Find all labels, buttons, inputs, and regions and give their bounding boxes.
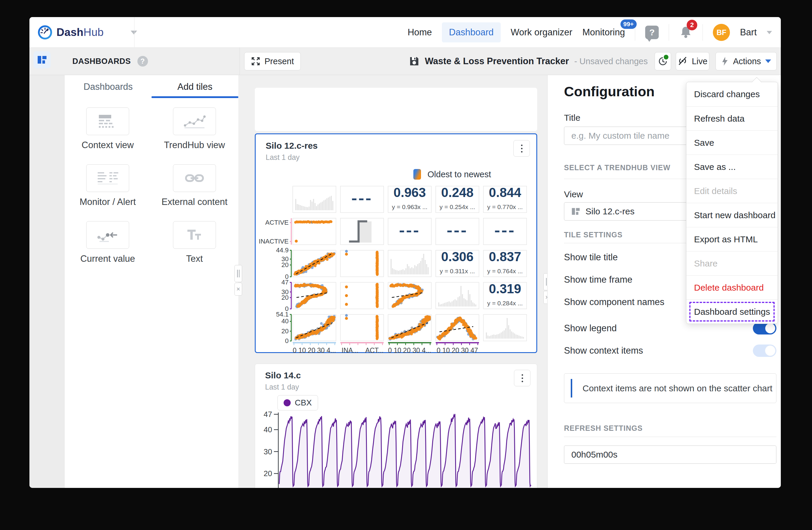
menu-item-export-as-html[interactable]: Export as HTML <box>686 227 778 251</box>
left-rail <box>29 75 65 488</box>
user-name[interactable]: Bart <box>740 27 757 38</box>
tile-timeframe: Last 1 day <box>265 383 299 391</box>
empty-tile[interactable] <box>255 88 537 131</box>
live-button[interactable]: Live <box>676 52 709 70</box>
svg-text:0 10 20 30 47: 0 10 20 30 47 <box>437 347 478 353</box>
tile-silo-14c[interactable]: Silo 14.c Last 1 day CBX 47403020 <box>255 364 537 488</box>
nav-item-dashboard[interactable]: Dashboard <box>442 23 501 42</box>
tile-menu-button[interactable] <box>514 370 531 386</box>
divider <box>134 17 134 48</box>
tile-card-external-content[interactable] <box>173 164 216 192</box>
menu-item-refresh-data[interactable]: Refresh data <box>686 106 778 130</box>
divider <box>564 437 777 437</box>
svg-text:0.248: 0.248 <box>441 185 473 200</box>
svg-text:44.9: 44.9 <box>276 247 289 254</box>
notifications-bell[interactable]: 2 <box>679 25 693 40</box>
toggle-show-legend[interactable] <box>753 322 777 334</box>
brand-text: DashHub <box>57 26 104 39</box>
toggle-show-context-items[interactable] <box>753 345 777 357</box>
svg-text:40: 40 <box>281 317 289 325</box>
svg-text:0 10 20 30 4...: 0 10 20 30 4... <box>293 347 336 353</box>
divider <box>240 48 240 75</box>
series-color-dot <box>284 399 291 406</box>
svg-text:20: 20 <box>281 261 289 268</box>
help-icon[interactable]: ? <box>645 26 659 39</box>
svg-text:y = 0.284x ...: y = 0.284x ... <box>487 300 523 307</box>
actions-button[interactable]: Actions <box>715 52 777 70</box>
save-icon[interactable] <box>409 56 420 67</box>
live-off-icon <box>678 56 687 66</box>
svg-text:30: 30 <box>264 447 272 456</box>
menu-item-edit-details: Edit details <box>686 179 778 203</box>
document-title: Waste & Loss Prevention Tracker <box>425 56 569 67</box>
sidebar-splitter-handle[interactable] <box>234 265 242 282</box>
refresh-interval-input[interactable]: 00h05m00s <box>564 446 777 464</box>
section-refresh-settings: REFRESH SETTINGS <box>564 424 642 433</box>
toolbar: DASHBOARDS ? Present Waste & Loss Preven… <box>29 48 781 75</box>
svg-text:y = 0.770x ...: y = 0.770x ... <box>487 204 523 210</box>
tile-card-label: Current value <box>70 253 146 264</box>
tile-card-text[interactable] <box>173 221 216 249</box>
svg-text:y = 0.254x ...: y = 0.254x ... <box>439 204 475 210</box>
help-icon[interactable]: ? <box>137 56 148 67</box>
svg-text:20: 20 <box>281 294 289 301</box>
menu-item-save-as[interactable]: Save as ... <box>686 155 778 179</box>
svg-text:47: 47 <box>281 279 289 286</box>
dashboard-grid-icon <box>37 55 47 65</box>
dashboard-canvas: Silo 12.c-res Last 1 day Oldest to newes… <box>238 75 547 488</box>
menu-item-save[interactable]: Save <box>686 130 778 155</box>
svg-text:INA...: INA... <box>342 347 359 353</box>
dashboards-panel-button[interactable] <box>33 51 50 68</box>
tile-card-label: TrendHub view <box>156 140 233 151</box>
avatar[interactable]: BF <box>713 24 730 41</box>
setting-label: Show component names <box>564 297 664 307</box>
expand-icon <box>251 57 260 66</box>
sidebar-collapse-button[interactable]: × <box>234 283 242 296</box>
sidebar-panel: Dashboards Add tiles Context viewTrendHu… <box>65 75 238 488</box>
svg-text:0: 0 <box>285 337 289 345</box>
svg-text:y = 0.311x ...: y = 0.311x ... <box>440 268 475 275</box>
tile-card-context-view[interactable] <box>86 108 129 135</box>
tile-card-trendhub-view[interactable] <box>173 108 216 135</box>
schedule-button[interactable] <box>655 52 671 70</box>
svg-text:y = 0.764x ...: y = 0.764x ... <box>487 268 523 275</box>
svg-text:0.319: 0.319 <box>489 281 521 296</box>
svg-text:54.1: 54.1 <box>276 311 289 318</box>
logo[interactable]: DashHub <box>38 17 137 48</box>
tile-card-label: External content <box>156 197 233 207</box>
tile-silo-12c-res[interactable]: Silo 12.c-res Last 1 day Oldest to newes… <box>255 134 537 353</box>
screenshot-frame: DashHub Home Dashboard Work organizer Mo… <box>0 0 812 530</box>
chevron-down-icon[interactable] <box>767 31 772 34</box>
nav-item-home[interactable]: Home <box>407 27 432 38</box>
status-dot <box>664 55 668 59</box>
svg-text:ACT...: ACT... <box>365 347 383 353</box>
present-button[interactable]: Present <box>244 52 301 70</box>
setting-label: Show time frame <box>564 275 633 285</box>
info-banner: Context items are not shown on the scatt… <box>564 373 777 403</box>
nav-item-monitoring[interactable]: Monitoring99+ <box>582 27 625 38</box>
tile-card-current-value[interactable] <box>86 221 129 249</box>
chevron-down-icon <box>765 59 771 63</box>
unsaved-indicator: - Unsaved changes <box>574 57 648 66</box>
svg-text:ACTIVE: ACTIVE <box>265 219 289 226</box>
svg-text:47: 47 <box>264 410 272 419</box>
active-tab-indicator <box>151 96 238 98</box>
svg-text:0.844: 0.844 <box>489 185 521 200</box>
nav-item-work-organizer[interactable]: Work organizer <box>511 27 572 38</box>
svg-text:40: 40 <box>264 425 272 434</box>
menu-item-share: Share <box>686 251 778 275</box>
monitoring-badge: 99+ <box>621 19 637 29</box>
tab-dashboards[interactable]: Dashboards <box>65 75 151 99</box>
menu-item-start-new-dashboard[interactable]: Start new dashboard <box>686 203 778 227</box>
divider <box>702 24 703 41</box>
menu-item-discard-changes[interactable]: Discard changes <box>686 82 778 106</box>
svg-text:20: 20 <box>281 327 289 335</box>
tab-add-tiles[interactable]: Add tiles <box>151 75 238 99</box>
actions-menu: Discard changesRefresh dataSaveSave as .… <box>686 82 778 324</box>
menu-item-delete-dashboard[interactable]: Delete dashboard <box>686 275 778 299</box>
nav-links: Home Dashboard Work organizer Monitoring… <box>407 17 772 48</box>
menu-item-dashboard-settings[interactable]: Dashboard settings <box>686 299 778 324</box>
tile-card-label: Context view <box>70 140 146 151</box>
dashboard-grid-icon <box>571 207 580 216</box>
tile-card-monitor-alert[interactable] <box>86 164 129 192</box>
